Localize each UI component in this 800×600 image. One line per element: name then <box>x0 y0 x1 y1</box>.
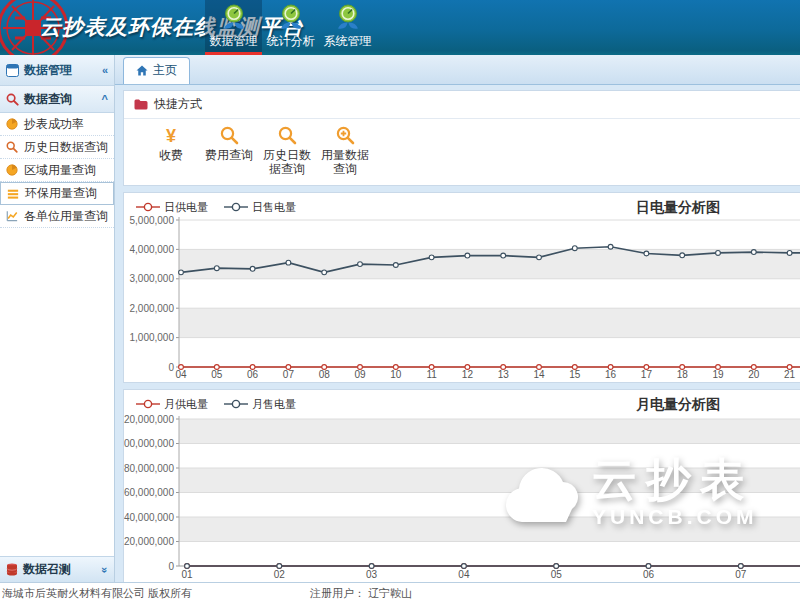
sidebar-section-data-recall[interactable]: 数据召测 » <box>0 556 114 582</box>
svg-text:19: 19 <box>712 369 724 380</box>
svg-text:09: 09 <box>354 369 366 380</box>
daily-chart-panel: 日供电量 日售电量 日电量分析图 01,000,0002,000,0003,00… <box>123 192 800 383</box>
svg-text:06: 06 <box>247 369 259 380</box>
svg-text:12: 12 <box>462 369 474 380</box>
svg-text:05: 05 <box>211 369 223 380</box>
legend-item-monthly-sale[interactable]: 月售电量 <box>224 397 296 412</box>
legend-item-daily-sale[interactable]: 日售电量 <box>224 200 296 215</box>
sidebar-spacer <box>0 228 114 556</box>
menu-item-label: 数据管理 <box>210 34 258 48</box>
menu-item-label: 系统管理 <box>324 34 372 48</box>
svg-text:05: 05 <box>551 569 563 580</box>
svg-text:18: 18 <box>677 369 689 380</box>
sidebar-item-unit-usage-query[interactable]: 各单位用量查询 <box>0 205 114 228</box>
svg-text:14: 14 <box>533 369 545 380</box>
sidebar-item-env-usage-query[interactable]: 环保用量查询 <box>0 182 114 205</box>
sidebar-section-data-query[interactable]: 数据查询 ^ <box>0 86 114 113</box>
svg-text:2,000,000: 2,000,000 <box>130 302 175 313</box>
monthly-chart: 020,000,00040,000,00060,000,00080,000,00… <box>124 413 800 582</box>
legend-marker-icon <box>224 202 248 212</box>
daily-chart: 01,000,0002,000,0003,000,0004,000,0005,0… <box>124 216 800 382</box>
sidebar-section-label: 数据召测 <box>23 561 71 578</box>
main-area: 主页 快捷方式 ¥ 收费 <box>115 55 800 582</box>
svg-text:60,000,000: 60,000,000 <box>124 487 174 498</box>
expand-section-icon[interactable]: » <box>99 566 111 572</box>
svg-text:0: 0 <box>168 361 174 372</box>
shortcut-history-day-query[interactable]: 历史日数据查询 <box>258 125 316 177</box>
shortcuts-panel: 快捷方式 ¥ 收费 费用查询 <box>123 90 800 186</box>
menu-item-system-management[interactable]: 系统管理 <box>319 0 376 55</box>
legend-label: 月供电量 <box>164 397 208 412</box>
shortcut-usage-data-query[interactable]: 用量数据查询 <box>316 125 374 177</box>
footer: 海城市后英耐火材料有限公司 版权所有 注册用户： 辽宁鞍山 <box>0 582 800 600</box>
legend-item-monthly-supply[interactable]: 月供电量 <box>136 397 208 412</box>
shortcuts-row: ¥ 收费 费用查询 <box>124 119 800 185</box>
shortcut-fee-query[interactable]: 费用查询 <box>200 125 258 177</box>
registered-user-label: 注册用户： <box>310 587 365 599</box>
legend-marker-icon <box>136 399 160 409</box>
panel-icon <box>6 64 19 77</box>
search-icon <box>278 126 297 145</box>
svg-text:5,000,000: 5,000,000 <box>130 216 175 226</box>
svg-text:17: 17 <box>641 369 653 380</box>
shortcut-charge[interactable]: ¥ 收费 <box>142 125 200 177</box>
monthly-chart-panel: 月供电量 月售电量 月电量分析图 020,000,00040,000,00060… <box>123 389 800 582</box>
shortcut-label: 收费 <box>159 148 183 162</box>
shortcut-label: 用量数据查询 <box>321 148 369 176</box>
sidebar-item-region-usage-query[interactable]: 区域用量查询 <box>0 159 114 182</box>
legend-item-daily-supply[interactable]: 日供电量 <box>136 200 208 215</box>
chart-title: 月电量分析图 <box>636 396 720 414</box>
svg-text:4,000,000: 4,000,000 <box>130 244 175 255</box>
menu-item-statistics[interactable]: 统计分析 <box>262 0 319 55</box>
sidebar-item-label: 各单位用量查询 <box>24 208 108 225</box>
svg-text:06: 06 <box>643 569 655 580</box>
registered-user: 注册用户： 辽宁鞍山 <box>310 586 412 600</box>
sidebar-item-history-day-query[interactable]: 历史日数据查询 <box>0 136 114 159</box>
tab-label: 主页 <box>153 62 177 79</box>
chart-title: 日电量分析图 <box>636 199 720 217</box>
svg-text:08: 08 <box>319 369 331 380</box>
sidebar-item-label: 抄表成功率 <box>24 116 84 133</box>
app-header: 云抄表及环保在线监测平台 数据管理 统计分析 <box>0 0 800 55</box>
collapse-sidebar-icon[interactable]: « <box>102 64 108 76</box>
folder-icon <box>134 99 148 110</box>
legend-marker-icon <box>224 399 248 409</box>
gauge-leaf-icon <box>335 4 361 30</box>
legend-label: 月售电量 <box>252 397 296 412</box>
gauge-leaf-icon <box>221 4 247 30</box>
top-menu: 数据管理 统计分析 系统管理 <box>205 0 376 55</box>
chart-icon <box>6 210 18 222</box>
registered-user-value: 辽宁鞍山 <box>368 587 412 599</box>
pie-icon <box>6 118 18 130</box>
svg-text:120,000,000: 120,000,000 <box>124 413 174 424</box>
search-icon <box>220 126 239 145</box>
sidebar-item-meter-success-rate[interactable]: 抄表成功率 <box>0 113 114 136</box>
svg-text:21: 21 <box>784 369 796 380</box>
search-plus-icon <box>336 126 355 145</box>
tab-bar: 主页 <box>115 55 800 85</box>
sidebar-section-label: 数据查询 <box>24 91 72 108</box>
sidebar-item-label: 历史日数据查询 <box>24 139 108 156</box>
tab-home[interactable]: 主页 <box>123 57 190 84</box>
svg-text:13: 13 <box>498 369 510 380</box>
svg-text:10: 10 <box>390 369 402 380</box>
svg-text:02: 02 <box>274 569 286 580</box>
shortcuts-header: 快捷方式 <box>124 91 800 119</box>
shortcuts-title: 快捷方式 <box>154 96 202 113</box>
svg-text:04: 04 <box>175 369 187 380</box>
svg-text:07: 07 <box>735 569 747 580</box>
home-icon <box>136 65 148 76</box>
sidebar-item-label: 环保用量查询 <box>25 185 97 202</box>
database-icon <box>6 563 18 576</box>
svg-text:20,000,000: 20,000,000 <box>124 536 174 547</box>
menu-item-data-management[interactable]: 数据管理 <box>205 0 262 55</box>
menu-item-label: 统计分析 <box>267 34 315 48</box>
yuan-icon: ¥ <box>166 127 176 145</box>
legend-label: 日售电量 <box>252 200 296 215</box>
svg-text:20: 20 <box>748 369 760 380</box>
search-icon <box>6 141 18 153</box>
collapse-section-icon[interactable]: ^ <box>102 93 108 105</box>
main-content: 快捷方式 ¥ 收费 费用查询 <box>115 85 800 582</box>
gauge-leaf-icon <box>278 4 304 30</box>
search-icon <box>6 93 19 106</box>
